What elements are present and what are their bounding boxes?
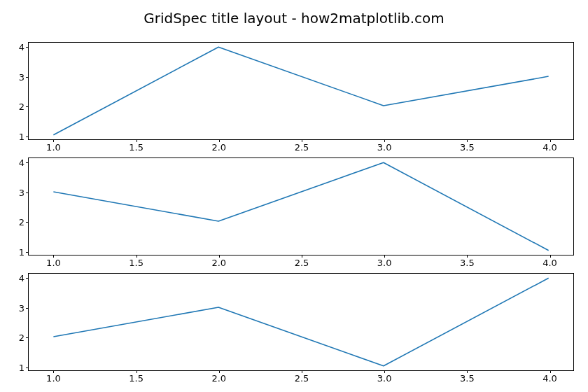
xtick-label: 2.0 — [211, 370, 226, 384]
axes-2: 12341.01.52.02.53.03.54.0 — [28, 273, 574, 371]
xtick-label: 4.0 — [542, 139, 557, 153]
ytick-label: 1 — [19, 362, 29, 372]
axes-0: 12341.01.52.02.53.03.54.0 — [28, 42, 574, 140]
data-line — [53, 47, 548, 134]
xtick-label: 3.0 — [377, 139, 392, 153]
ytick-label: 4 — [19, 158, 29, 168]
xtick-label: 1.0 — [46, 255, 61, 268]
line-plot — [29, 274, 573, 370]
xtick-label: 3.5 — [460, 370, 475, 384]
xtick-label: 2.5 — [295, 139, 309, 153]
ytick-label: 3 — [19, 71, 29, 82]
xtick-label: 3.0 — [377, 370, 392, 384]
xtick-label: 1.0 — [46, 370, 61, 384]
ytick-label: 3 — [19, 302, 29, 313]
axes-1: 12341.01.52.02.53.03.54.0 — [28, 158, 574, 255]
data-line — [53, 162, 548, 250]
xtick-label: 3.5 — [460, 139, 475, 153]
ytick-label: 2 — [19, 217, 29, 227]
figure: GridSpec title layout - how2matplotlib.c… — [0, 0, 588, 392]
ytick-label: 1 — [19, 131, 29, 141]
xtick-label: 4.0 — [542, 370, 557, 384]
data-line — [53, 278, 548, 365]
xtick-label: 3.0 — [377, 255, 392, 268]
xtick-label: 2.5 — [295, 370, 309, 384]
figure-suptitle: GridSpec title layout - how2matplotlib.c… — [0, 10, 588, 27]
line-plot — [29, 43, 573, 139]
ytick-label: 4 — [19, 42, 29, 52]
xtick-label: 1.5 — [129, 370, 144, 384]
xtick-label: 1.5 — [129, 139, 144, 153]
xtick-label: 2.0 — [211, 255, 226, 268]
line-plot — [29, 158, 573, 255]
ytick-label: 2 — [19, 332, 29, 343]
xtick-label: 1.0 — [46, 139, 61, 153]
xtick-label: 3.5 — [460, 255, 475, 268]
ytick-label: 4 — [19, 273, 29, 284]
ytick-label: 1 — [19, 246, 29, 257]
ytick-label: 3 — [19, 187, 29, 197]
xtick-label: 2.5 — [295, 255, 309, 268]
ytick-label: 2 — [19, 102, 29, 112]
xtick-label: 4.0 — [542, 255, 557, 268]
xtick-label: 2.0 — [211, 139, 226, 153]
xtick-label: 1.5 — [129, 255, 144, 268]
